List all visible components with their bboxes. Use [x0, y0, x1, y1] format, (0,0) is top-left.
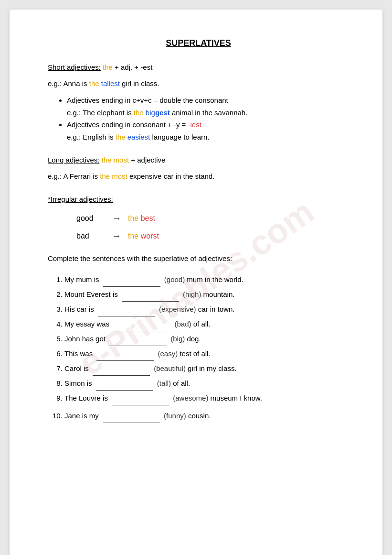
bad-result: the worst — [128, 232, 159, 240]
the-yellow-2: the — [89, 79, 101, 87]
short-adj-rule: Short adjectives: the + adj. + -est — [48, 62, 349, 73]
blank-2 — [122, 287, 179, 302]
exercise-item-8: Simon is (tall) of all. — [64, 376, 349, 391]
bad-arrow-row: bad the worst — [76, 230, 349, 241]
long-adj-example: e.g.: A Ferrari is the most expensive ca… — [48, 171, 349, 182]
easiest-word: easiest — [127, 133, 150, 141]
the-yellow-3: the — [134, 109, 146, 117]
exercise-item-1: My mum is (good) mum in the world. — [64, 272, 349, 287]
exercise-item-3: His car is (expensive) car in town. — [64, 302, 349, 316]
exercise-item-10: Jane is my (funny) cousin. — [64, 408, 349, 423]
exercise-item-5: John has got (big) dog. — [64, 331, 349, 346]
hint-10: (funny) — [164, 412, 186, 420]
blank-3 — [98, 302, 155, 316]
page-title: SUPERLATIVES — [48, 38, 349, 48]
iest-word: -iest — [188, 120, 201, 129]
good-arrow-row: good the best — [76, 213, 349, 224]
arrow-icon — [112, 213, 121, 224]
exercise-item-4: My essay was (bad) of all. — [64, 316, 349, 331]
the-most-example: the most — [100, 172, 127, 180]
blank-10 — [103, 408, 160, 423]
tallest-word: tallest — [101, 79, 120, 87]
exercise-item-7: Carol is (beautiful) girl in my class. — [64, 361, 349, 376]
exercise-list: My mum is (good) mum in the world. Mount… — [64, 272, 349, 423]
short-adj-example: e.g.: Anna is the tallest girl in class. — [48, 78, 349, 89]
long-adj-rule: Long adjectives: the most + adjective — [48, 154, 349, 166]
irregular-adjectives-section: *Irregular adjectives: good the best bad… — [48, 194, 349, 241]
irregular-label: *Irregular adjectives: — [48, 195, 113, 203]
short-adjectives-section: Short adjectives: the + adj. + -est e.g.… — [48, 62, 349, 143]
hint-2: (high) — [183, 290, 201, 298]
hint-1: (good) — [164, 275, 185, 283]
long-adjectives-section: Long adjectives: the most + adjective e.… — [48, 154, 349, 182]
short-adj-rule-text: the + adj. + -est — [101, 63, 152, 71]
hint-7: (beautiful) — [154, 364, 186, 372]
irregular-title: *Irregular adjectives: — [48, 194, 349, 205]
blank-1 — [103, 272, 160, 287]
blank-9 — [112, 391, 169, 405]
short-adj-bullets: Adjectives ending in c+v+c – double the … — [67, 94, 349, 143]
hint-6: (easy) — [158, 349, 178, 358]
hint-9: (awesome) — [173, 394, 208, 402]
blank-7 — [93, 361, 150, 376]
exercise-item-6: This was (easy) test of all. — [64, 346, 349, 361]
bullet-iest: Adjectives ending in consonant + -y = -i… — [67, 119, 349, 143]
exercise-title: Complete the sentences with the superlat… — [48, 253, 349, 264]
the-yellow-4: the — [116, 133, 127, 141]
blank-5 — [109, 331, 167, 346]
exercise-item-2: Mount Everest is (high) mountain. — [64, 287, 349, 302]
the-yellow: the — [103, 63, 113, 71]
good-word: good — [76, 214, 105, 223]
hint-3: (expensive) — [159, 305, 196, 313]
hint-5: (big) — [170, 335, 185, 343]
arrow-icon-2 — [112, 230, 121, 241]
exercise-section: Complete the sentences with the superlat… — [48, 253, 349, 423]
worksheet-page: e-Printables.com SUPERLATIVES Short adje… — [10, 10, 382, 555]
long-adj-label: Long adjectives: — [48, 156, 99, 164]
exercise-item-9: The Louvre is (awesome) museum I know. — [64, 391, 349, 405]
bullet-cvc: Adjectives ending in c+v+c – double the … — [67, 94, 349, 119]
blank-4 — [113, 316, 170, 331]
blank-8 — [96, 376, 153, 391]
biggest-word: biggest — [146, 109, 170, 117]
hint-8: (tall) — [157, 379, 171, 387]
blank-6 — [96, 346, 154, 361]
the-most-rule: the most — [102, 156, 129, 164]
bad-word: bad — [76, 232, 105, 240]
hint-4: (bad) — [175, 320, 191, 328]
short-adj-label: Short adjectives: — [48, 63, 101, 71]
good-result: the best — [128, 214, 155, 223]
